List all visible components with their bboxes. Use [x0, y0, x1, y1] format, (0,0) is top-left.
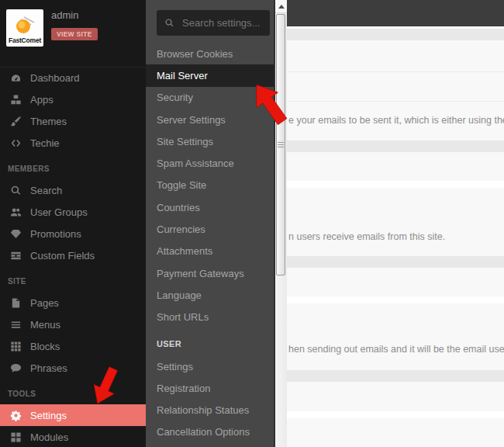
description-fragment: e your emails to be sent it, which is ei… — [288, 115, 504, 126]
sidebar-item-label: Search — [30, 185, 62, 196]
search-icon — [10, 185, 22, 196]
modules-grid-icon — [10, 431, 22, 443]
sidebar-item-pages[interactable]: Pages — [0, 292, 146, 314]
sidebar-item-apps[interactable]: Apps — [0, 88, 146, 110]
dashboard-icon — [10, 72, 22, 84]
sidebar-item-custom-fields[interactable]: Custom Fields — [0, 244, 146, 266]
row-divider — [287, 101, 504, 102]
grid-icon — [10, 341, 22, 352]
sidebar-item-phrases[interactable]: Phrases — [0, 357, 146, 379]
section-header-members: MEMBERS — [0, 154, 146, 179]
main-topbar — [287, 0, 504, 26]
page-file-icon — [10, 297, 22, 309]
section-band — [287, 140, 504, 152]
settings-menu-item-attachments[interactable]: Attachments — [146, 241, 274, 262]
scrollbar-thumb[interactable] — [276, 14, 285, 275]
sidebar-item-promotions[interactable]: Promotions — [0, 223, 146, 244]
username-label: admin — [51, 9, 78, 21]
section-header-site: SITE — [0, 266, 146, 292]
row-divider — [287, 71, 504, 72]
comet-icon — [13, 15, 36, 36]
section-band — [287, 29, 504, 40]
settings-menu-item-server-settings[interactable]: Server Settings — [146, 109, 274, 130]
settings-menu-item-security[interactable]: Security — [146, 87, 274, 109]
sidebar-item-menus[interactable]: Menus — [0, 314, 146, 335]
settings-menu-item-mail-server[interactable]: Mail Server — [146, 64, 274, 86]
sidebar-item-label: Modules — [30, 431, 68, 443]
sidebar-item-label: Custom Fields — [30, 250, 95, 262]
sidebar-item-label: Menus — [30, 319, 60, 331]
scrollbar-up-button[interactable] — [275, 0, 287, 13]
section-header-tools: TOOLS — [0, 379, 146, 404]
settings-menu-item-language[interactable]: Language — [146, 284, 274, 306]
sidebar-item-label: Apps — [30, 94, 54, 106]
description-fragment: n users receive emails from this site. — [288, 231, 445, 242]
row-gap — [287, 181, 504, 188]
settings-search-input[interactable] — [181, 16, 262, 29]
settings-menu-item-browser-cookies[interactable]: Browser Cookies — [146, 43, 274, 64]
settings-menu-item-user-settings[interactable]: Settings — [146, 355, 274, 377]
user-block: FastComet admin VIEW SITE — [0, 0, 146, 68]
sidebar-item-dashboard[interactable]: Dashboard — [0, 67, 146, 88]
settings-menu-header-user: USER — [146, 328, 274, 355]
settings-menu-item-currencies[interactable]: Currencies — [146, 218, 274, 240]
settings-menu-item-cancellation-options[interactable]: Cancellation Options — [146, 421, 274, 443]
users-icon — [10, 206, 22, 218]
settings-search-box[interactable] — [157, 10, 270, 36]
sidebar-item-techie[interactable]: Techie — [0, 132, 146, 154]
row-gap — [287, 411, 504, 418]
description-fragment: hen sending out emails and it will be th… — [288, 344, 504, 355]
sidebar-item-label: Phrases — [30, 362, 67, 374]
sidebar-item-modules[interactable]: Modules — [0, 426, 146, 447]
sidebar-item-label: Promotions — [30, 228, 81, 240]
menu-bars-icon — [10, 319, 22, 331]
settings-menu-item-spam-assistance[interactable]: Spam Assistance — [146, 152, 274, 174]
code-icon — [10, 137, 22, 149]
sidebar-item-label: Techie — [30, 137, 60, 149]
search-icon — [164, 18, 174, 28]
comment-icon — [10, 362, 22, 374]
paintbrush-icon — [10, 116, 22, 127]
view-site-button[interactable]: VIEW SITE — [51, 28, 98, 40]
settings-menu-item-toggle-site[interactable]: Toggle Site — [146, 175, 274, 196]
section-band — [287, 370, 504, 382]
logo-text: FastComet — [9, 36, 41, 44]
sidebar-item-settings[interactable]: Settings — [0, 404, 146, 426]
sidebar-item-search[interactable]: Search — [0, 179, 146, 201]
flyout-scrollbar[interactable] — [275, 0, 287, 447]
sidebar-item-label: Dashboard — [30, 72, 80, 84]
settings-menu-list: Browser Cookies Mail Server Security Ser… — [146, 43, 274, 443]
section-band — [287, 256, 504, 268]
scrollbar-grip-icon — [278, 142, 284, 149]
sidebar-item-label: Pages — [30, 297, 59, 309]
admin-sidebar: FastComet admin VIEW SITE Dashboard Apps… — [0, 0, 146, 447]
settings-menu-item-site-settings[interactable]: Site Settings — [146, 130, 274, 152]
settings-flyout-menu: Browser Cookies Mail Server Security Ser… — [146, 0, 275, 447]
settings-menu-item-countries[interactable]: Countries — [146, 196, 274, 218]
fastcomet-logo[interactable]: FastComet — [6, 9, 43, 47]
up-arrow-icon — [278, 5, 285, 9]
apps-icon — [10, 94, 22, 106]
gear-icon — [10, 410, 22, 421]
settings-menu-item-relationship-statues[interactable]: Relationship Statues — [146, 399, 274, 421]
settings-menu-item-short-urls[interactable]: Short URLs — [146, 307, 274, 328]
sidebar-nav: Dashboard Apps Themes Techie MEMBERS Sea… — [0, 67, 146, 447]
main-content: e your emails to be sent it, which is ei… — [287, 0, 504, 447]
gem-icon — [10, 228, 22, 240]
sidebar-item-blocks[interactable]: Blocks — [0, 335, 146, 357]
settings-menu-item-registration[interactable]: Registration — [146, 377, 274, 399]
row-gap — [287, 296, 504, 303]
sidebar-item-label: Blocks — [30, 341, 60, 352]
settings-menu-item-payment-gateways[interactable]: Payment Gateways — [146, 262, 274, 284]
fields-table-icon — [10, 250, 22, 262]
sidebar-item-themes[interactable]: Themes — [0, 110, 146, 132]
sidebar-item-label: User Groups — [30, 206, 88, 218]
sidebar-item-user-groups[interactable]: User Groups — [0, 201, 146, 223]
sidebar-item-label: Themes — [30, 116, 67, 127]
sidebar-item-label: Settings — [30, 410, 67, 421]
